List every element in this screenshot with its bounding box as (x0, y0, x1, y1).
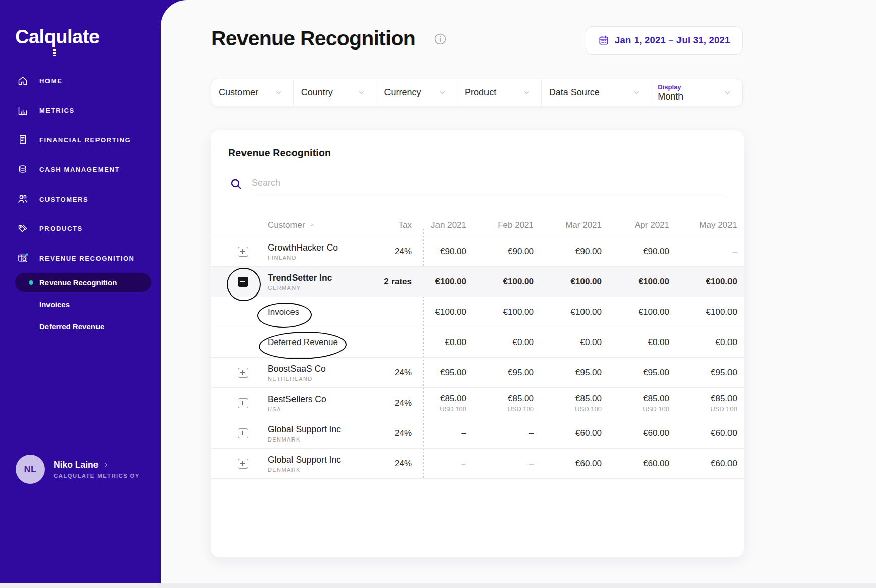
sidebar-item-cash-management[interactable]: CASH MANAGEMENT (0, 161, 161, 179)
sidebar-item-customers[interactable]: CUSTOMERS (0, 190, 161, 208)
cell-value: €0.00 (466, 337, 534, 348)
cell-amount: €85.00 (669, 394, 737, 404)
cell-amount: €100.00 (602, 277, 669, 287)
customer-cell: GrowthHacker CoFINLAND (259, 242, 362, 261)
filter-customer[interactable]: Customer (211, 79, 294, 106)
cell-amount: €90.00 (466, 247, 534, 257)
sidebar-item-label: METRICS (39, 107, 75, 114)
column-header-label: Customer (268, 220, 305, 230)
customer-name: GrowthHacker Co (268, 242, 362, 253)
cell-value: €0.00 (602, 337, 669, 348)
column-header-feb-2021: Feb 2021 (466, 220, 534, 230)
tax-value: 24% (395, 247, 412, 256)
customer-country: USA (268, 406, 362, 412)
expand-row-button[interactable] (238, 398, 248, 408)
cell-value: €90.00 (602, 247, 669, 257)
user-name: Niko Laine (54, 460, 99, 470)
page-title: Revenue Recognition (211, 26, 415, 51)
column-header-mar-2021: Mar 2021 (534, 220, 602, 230)
tax-cell[interactable]: 2 rates (362, 277, 412, 287)
customer-name: Global Support Inc (268, 455, 362, 465)
cell-amount: €95.00 (412, 368, 466, 378)
filter-value: Month (658, 91, 683, 102)
chevron-down-icon (723, 88, 732, 97)
cell-amount: €85.00 (534, 394, 602, 404)
tax-cell: 24% (362, 398, 412, 408)
sidebar-subitem-deferred-revenue[interactable]: Deferred Revenue (0, 317, 161, 336)
column-header-customer[interactable]: Customer (259, 220, 362, 230)
cell-amount: €60.00 (534, 459, 602, 469)
table-row: BestSellers CoUSA24%€85.00USD 100€85.00U… (211, 388, 744, 418)
window-bottom-strip (0, 583, 876, 588)
cell-amount: €60.00 (534, 428, 602, 438)
cell-value: €85.00USD 100 (412, 394, 466, 413)
metrics-icon (17, 105, 29, 117)
filter-data-source[interactable]: Data Source (542, 79, 652, 106)
sidebar-item-revenue-recognition[interactable]: REVENUE RECOGNITION (0, 249, 161, 267)
column-header-tax: Tax (362, 220, 412, 230)
cell-subamount: USD 100 (412, 405, 466, 413)
cell-value: €100.00 (534, 307, 602, 317)
cell-value: €95.00 (466, 368, 534, 378)
filter-display[interactable]: DisplayMonth (651, 79, 742, 106)
cell-value: €0.00 (412, 337, 466, 348)
cell-amount: €85.00 (412, 394, 466, 404)
filter-label: Customer (219, 87, 258, 98)
tax-value[interactable]: 2 rates (384, 277, 412, 286)
cell-subamount: USD 100 (602, 405, 669, 413)
sidebar-menu: HOMEMETRICSFINANCIAL REPORTINGCASH MANAG… (0, 72, 161, 279)
cell-value: €60.00 (534, 459, 602, 469)
filter-currency[interactable]: Currency (376, 79, 457, 106)
cell-amount: €60.00 (602, 459, 669, 469)
user-profile[interactable]: NL Niko Laine CALQULATE METRICS OY (16, 455, 140, 484)
cell-amount: €95.00 (602, 368, 669, 378)
expand-row-button[interactable] (238, 368, 248, 378)
sidebar-item-label: PRODUCTS (39, 225, 83, 232)
home-icon (17, 75, 29, 87)
customer-country: GERMANY (268, 285, 362, 291)
customer-name: BestSellers Co (268, 394, 362, 405)
collapse-row-button[interactable] (238, 277, 248, 287)
cell-amount: €100.00 (466, 277, 534, 287)
customer-cell: Global Support IncDENMARK (259, 424, 362, 443)
expander-cell (229, 368, 259, 378)
filter-label: Product (465, 87, 496, 98)
customer-country: FINLAND (268, 255, 362, 261)
sidebar-subitem-revenue-recognition-active[interactable]: Revenue Recognition (15, 273, 151, 292)
main-content: Revenue Recognition Jan 1, 2021 – Jul 31… (161, 0, 876, 583)
customers-icon (17, 193, 29, 205)
sidebar-item-home[interactable]: HOME (0, 72, 161, 90)
expand-row-button[interactable] (238, 247, 248, 257)
active-dot-icon (29, 280, 33, 285)
search-input[interactable] (252, 177, 725, 195)
expander-cell (229, 459, 259, 469)
expand-row-button[interactable] (238, 428, 248, 438)
cell-value: – (466, 428, 534, 438)
table-header-row: CustomerTaxJan 2021Feb 2021Mar 2021Apr 2… (211, 215, 744, 236)
info-icon[interactable] (433, 32, 447, 46)
revenue-table: CustomerTaxJan 2021Feb 2021Mar 2021Apr 2… (211, 215, 744, 479)
sidebar-item-products[interactable]: PRODUCTS (0, 220, 161, 238)
sidebar-subitem-invoices[interactable]: Invoices (0, 295, 161, 314)
logo-dotted-q-tail (53, 49, 56, 56)
expand-row-button[interactable] (238, 459, 248, 469)
customer-country: NETHERLAND (268, 376, 362, 382)
filter-bar: CustomerCountryCurrencyProductData Sourc… (211, 79, 743, 106)
filter-product[interactable]: Product (457, 79, 542, 106)
date-range-button[interactable]: Jan 1, 2021 – Jul 31, 2021 (586, 26, 743, 55)
cell-value: €85.00USD 100 (669, 394, 737, 413)
cell-amount: €0.00 (466, 337, 534, 348)
cell-value: €100.00 (602, 307, 669, 317)
revenue-recognition-icon (17, 252, 29, 264)
sidebar-item-label: REVENUE RECOGNITION (39, 255, 135, 262)
sidebar-item-metrics[interactable]: METRICS (0, 102, 161, 120)
filter-label: Country (301, 87, 333, 98)
filter-country[interactable]: Country (294, 79, 377, 106)
sidebar-item-financial-reporting[interactable]: FINANCIAL REPORTING (0, 131, 161, 149)
customer-cell: Global Support IncDENMARK (259, 455, 362, 473)
cell-value: €100.00 (602, 277, 669, 287)
filter-label: Currency (384, 87, 421, 98)
chevron-down-icon (438, 88, 447, 97)
tax-cell: 24% (362, 247, 412, 257)
search-icon (230, 178, 243, 191)
